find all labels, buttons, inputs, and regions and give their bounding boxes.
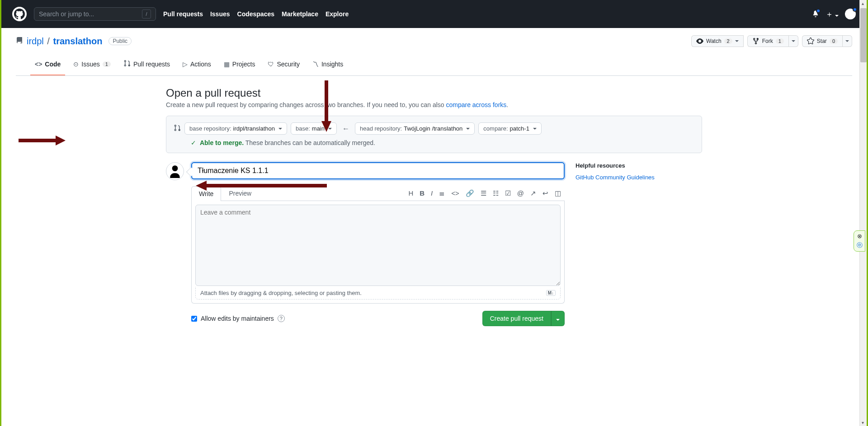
tab-code[interactable]: <> Code	[30, 56, 65, 75]
base-repo-selector[interactable]: base repository: irdpl/translathon	[184, 122, 287, 135]
scroll-thumb[interactable]	[860, 8, 867, 62]
pr-title-input[interactable]	[191, 162, 565, 179]
code-icon[interactable]: <>	[451, 189, 459, 197]
star-button-group: Star 0	[802, 35, 852, 47]
comment-textarea[interactable]	[195, 205, 561, 286]
global-nav: Pull requests Issues Codespaces Marketpl…	[163, 10, 349, 18]
tab-projects[interactable]: ▦ Projects	[219, 56, 260, 75]
visibility-badge: Public	[108, 37, 132, 45]
fork-button[interactable]: Fork 1	[747, 35, 789, 47]
fork-label: Fork	[762, 38, 773, 44]
git-compare-icon	[174, 124, 181, 133]
italic-icon[interactable]: I	[431, 189, 433, 197]
eye-icon	[696, 37, 703, 45]
tab-pull-requests[interactable]: Pull requests	[119, 56, 175, 75]
global-header: Search or jump to... / Pull requests Iss…	[1, 0, 867, 28]
repo-name-link[interactable]: translathon	[53, 36, 102, 46]
annotation-arrow-top	[321, 80, 331, 132]
attach-hint[interactable]: Attach files by dragging & dropping, sel…	[200, 290, 362, 296]
sidebar-heading: Helpful resources	[576, 162, 702, 169]
repo-owner-link[interactable]: irdpl	[27, 36, 44, 46]
repo-nav: <> Code ⊙ Issues 1 Pull requests ▷ Actio…	[16, 56, 852, 76]
star-button[interactable]: Star 0	[802, 35, 843, 47]
heading-icon[interactable]: H	[408, 189, 413, 197]
watch-label: Watch	[706, 38, 722, 44]
link-icon[interactable]: 🔗	[466, 189, 474, 197]
nav-codespaces[interactable]: Codespaces	[237, 10, 274, 18]
task-list-icon[interactable]: ☑	[505, 189, 511, 197]
community-guidelines-link[interactable]: GitHub Community Guidelines	[576, 174, 655, 181]
nav-explore[interactable]: Explore	[326, 10, 349, 18]
watch-count: 2	[724, 38, 732, 44]
repo-header: irdpl / translathon Public Watch 2	[1, 28, 867, 76]
shield-icon: 🛡	[268, 61, 274, 68]
numbered-list-icon[interactable]: ☷	[493, 189, 499, 197]
play-icon: ▷	[183, 61, 188, 68]
sidebar: Helpful resources GitHub Community Guide…	[576, 162, 702, 326]
scroll-down-icon[interactable]: ▾	[862, 420, 864, 425]
extension-widget[interactable]: ⊗ ⓔ	[854, 230, 865, 252]
fork-caret[interactable]	[789, 35, 798, 47]
star-label: Star	[817, 38, 827, 44]
user-avatar[interactable]	[845, 9, 856, 19]
issue-icon: ⊙	[73, 61, 79, 68]
watch-button-group[interactable]: Watch 2	[691, 35, 744, 47]
fork-icon	[752, 37, 760, 45]
fork-button-group: Fork 1	[747, 35, 798, 47]
current-user-avatar	[166, 162, 184, 180]
close-widget-icon[interactable]: ⊗	[857, 233, 862, 239]
slash-key-icon: /	[142, 9, 151, 19]
merge-status: ✓ Able to merge. These branches can be a…	[174, 139, 694, 146]
create-pull-request-button[interactable]: Create pull request	[482, 311, 551, 326]
compare-box: base repository: irdpl/translathon base:…	[166, 116, 702, 153]
reply-icon[interactable]: ↩	[542, 189, 548, 197]
tab-security[interactable]: 🛡 Security	[263, 56, 304, 75]
markdown-toolbar: H B I ≣ <> 🔗 ☰ ☷ ☑ @ ↗ ↩ ◫	[408, 189, 565, 197]
graph-icon: 〽	[312, 61, 319, 68]
bullet-list-icon[interactable]: ☰	[481, 189, 486, 197]
tab-insights[interactable]: 〽 Insights	[308, 56, 348, 75]
check-icon: ✓	[191, 139, 196, 146]
fork-count: 1	[776, 38, 784, 44]
allow-edits-checkbox[interactable]: Allow edits by maintainers ?	[191, 315, 285, 322]
tab-actions[interactable]: ▷ Actions	[178, 56, 216, 75]
quote-icon[interactable]: ≣	[439, 189, 445, 197]
scroll-up-icon[interactable]: ▴	[862, 1, 864, 6]
create-pr-options-caret[interactable]	[551, 311, 565, 326]
github-logo-icon[interactable]	[12, 7, 27, 21]
star-caret[interactable]	[843, 35, 852, 47]
page-title: Open a pull request	[166, 87, 702, 99]
compare-branch-selector[interactable]: compare: patch-1	[478, 122, 542, 135]
head-repo-selector[interactable]: head repository: TwójLogin /translathon	[355, 122, 475, 135]
project-icon: ▦	[224, 61, 230, 68]
arrow-left-icon: ←	[340, 125, 351, 133]
allow-edits-input[interactable]	[191, 316, 197, 322]
search-input[interactable]: Search or jump to... /	[34, 7, 156, 21]
issues-count: 1	[103, 61, 111, 67]
bold-icon[interactable]: B	[420, 189, 425, 197]
nav-marketplace[interactable]: Marketplace	[282, 10, 318, 18]
markdown-badge-icon[interactable]: M↓	[546, 290, 556, 296]
pull-request-icon	[123, 60, 131, 68]
extension-e-icon[interactable]: ⓔ	[857, 241, 863, 249]
nav-pull-requests[interactable]: Pull requests	[163, 10, 203, 18]
star-icon	[807, 37, 814, 45]
repo-icon	[16, 37, 23, 46]
create-new-menu[interactable]: ＋	[826, 9, 839, 19]
annotation-arrow-title	[196, 181, 327, 190]
nav-issues[interactable]: Issues	[210, 10, 230, 18]
star-count: 0	[830, 38, 838, 44]
help-icon[interactable]: ?	[278, 315, 285, 322]
notifications-icon[interactable]	[812, 10, 819, 19]
page-subtitle: Create a new pull request by comparing c…	[166, 101, 702, 108]
mention-icon[interactable]: @	[517, 189, 524, 197]
annotation-arrow-left	[19, 136, 66, 145]
search-placeholder: Search or jump to...	[39, 10, 142, 18]
tab-issues[interactable]: ⊙ Issues 1	[69, 56, 115, 75]
code-icon: <>	[35, 61, 42, 68]
compare-across-forks-link[interactable]: compare across forks	[446, 101, 506, 108]
scrollbar[interactable]: ▴ ▾	[859, 0, 867, 426]
cross-reference-icon[interactable]: ↗	[530, 189, 536, 197]
suggestion-icon[interactable]: ◫	[555, 189, 561, 197]
